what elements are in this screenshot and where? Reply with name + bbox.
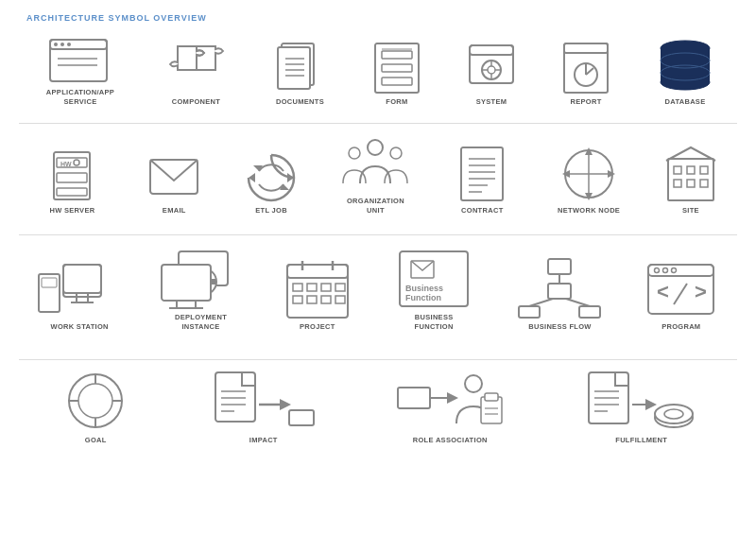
svg-point-114 xyxy=(655,268,660,272)
svg-rect-67 xyxy=(700,166,708,174)
svg-point-137 xyxy=(465,375,482,392)
label-hw-server: HW SERVER xyxy=(49,206,94,216)
label-role-association: ROLE ASSOCIATION xyxy=(413,436,488,445)
label-database: DATABASE xyxy=(665,97,706,107)
page-title: ARCHITECTURE SYMBOL OVERVIEW xyxy=(26,13,207,23)
symbol-organization-unit: ORGANIZATIONUNIT xyxy=(333,132,418,216)
svg-point-40 xyxy=(74,160,79,165)
label-application-app-service: APPLICATION/APP SERVICE xyxy=(35,88,126,107)
symbol-business-function: Business Function BUSINESSFUNCTION xyxy=(387,244,481,332)
svg-rect-19 xyxy=(470,45,513,55)
svg-rect-111 xyxy=(579,306,600,318)
label-work-station: WORK STATION xyxy=(51,322,109,332)
svg-line-108 xyxy=(529,299,553,306)
svg-rect-65 xyxy=(674,166,681,174)
symbol-project: PROJECT xyxy=(275,253,360,332)
label-program: PROGRAM xyxy=(662,322,700,332)
svg-rect-36 xyxy=(54,152,90,199)
svg-rect-105 xyxy=(548,259,571,274)
symbol-etl-job: ETL JOB xyxy=(236,147,307,216)
svg-point-3 xyxy=(60,43,64,46)
svg-rect-15 xyxy=(382,64,412,72)
symbol-network-node: NETWORK NODE xyxy=(546,142,631,216)
symbol-component: COMPONENT xyxy=(156,38,236,107)
symbol-email: EMAIL xyxy=(139,147,210,216)
label-network-node: NETWORK NODE xyxy=(558,206,620,216)
svg-rect-66 xyxy=(687,166,695,174)
svg-point-47 xyxy=(368,140,383,155)
label-impact: IMPACT xyxy=(249,436,278,445)
symbol-work-station: WORK STATION xyxy=(32,253,127,332)
svg-rect-96 xyxy=(335,284,345,291)
svg-rect-94 xyxy=(307,284,317,291)
svg-rect-73 xyxy=(63,265,101,297)
symbol-contract: CONTRACT xyxy=(444,142,520,216)
svg-rect-68 xyxy=(674,180,681,187)
svg-rect-27 xyxy=(564,43,608,53)
svg-point-4 xyxy=(67,43,71,46)
symbol-system: SYSTEM xyxy=(458,38,524,107)
svg-rect-100 xyxy=(335,296,345,303)
svg-rect-69 xyxy=(687,180,695,187)
svg-point-150 xyxy=(655,405,693,423)
svg-text:>: > xyxy=(695,280,707,303)
svg-point-33 xyxy=(661,75,710,90)
label-project: PROJECT xyxy=(300,322,335,332)
symbol-goal: GOAL xyxy=(53,367,138,445)
svg-text:Function: Function xyxy=(405,293,441,302)
svg-point-48 xyxy=(349,147,360,159)
svg-rect-16 xyxy=(382,78,412,85)
svg-text:HW: HW xyxy=(60,161,72,167)
svg-marker-148 xyxy=(645,399,657,410)
svg-rect-133 xyxy=(289,410,314,425)
label-form: FORM xyxy=(386,97,407,107)
svg-rect-107 xyxy=(548,284,571,299)
svg-rect-8 xyxy=(278,47,310,89)
svg-point-115 xyxy=(663,268,668,272)
symbol-database: DATABASE xyxy=(647,33,723,107)
svg-rect-113 xyxy=(648,265,713,276)
svg-rect-74 xyxy=(63,265,101,293)
svg-rect-39 xyxy=(57,188,87,196)
svg-rect-98 xyxy=(307,296,317,303)
symbol-hw-server: HW HW SERVER xyxy=(32,147,112,216)
svg-rect-1 xyxy=(50,40,107,49)
svg-rect-139 xyxy=(485,393,498,401)
label-etl-job: ETL JOB xyxy=(255,206,287,216)
label-business-function: BUSINESSFUNCTION xyxy=(415,313,454,332)
svg-rect-38 xyxy=(57,173,87,182)
svg-rect-0 xyxy=(50,40,107,81)
svg-rect-99 xyxy=(321,296,331,303)
svg-rect-72 xyxy=(42,278,57,287)
symbol-documents: DOCUMENTS xyxy=(265,38,335,107)
svg-marker-136 xyxy=(447,392,458,404)
svg-marker-132 xyxy=(280,399,291,410)
svg-point-21 xyxy=(488,66,495,74)
label-fulfillment: FULFILLMENT xyxy=(615,436,667,445)
label-organization-unit: ORGANIZATIONUNIT xyxy=(347,197,404,216)
label-documents: DOCUMENTS xyxy=(276,97,324,107)
symbol-application-app-service: APPLICATION/APP SERVICE xyxy=(33,28,128,107)
symbol-site: SITE xyxy=(658,142,724,216)
svg-text:Business: Business xyxy=(405,284,443,293)
svg-point-116 xyxy=(672,268,677,272)
label-component: COMPONENT xyxy=(172,97,220,107)
symbol-role-association: ROLE ASSOCIATION xyxy=(388,367,511,445)
svg-line-30 xyxy=(586,68,593,75)
svg-rect-93 xyxy=(293,284,302,291)
symbol-deployment-instance: DEPLOYMENTINSTANCE xyxy=(153,244,248,332)
svg-rect-70 xyxy=(700,180,708,187)
label-email: EMAIL xyxy=(163,206,186,216)
svg-rect-110 xyxy=(519,306,540,318)
symbol-business-flow: BUSINESS FLOW xyxy=(507,253,611,332)
symbol-fulfillment: FULFILLMENT xyxy=(580,367,703,445)
symbol-program: < > PROGRAM xyxy=(639,253,724,332)
svg-rect-95 xyxy=(321,284,331,291)
svg-line-119 xyxy=(674,284,687,304)
svg-point-121 xyxy=(78,384,112,418)
symbol-form: FORM xyxy=(364,38,430,107)
svg-rect-90 xyxy=(287,265,348,278)
symbol-report: REPORT xyxy=(553,38,619,107)
svg-rect-85 xyxy=(162,265,211,301)
svg-line-109 xyxy=(566,299,590,306)
